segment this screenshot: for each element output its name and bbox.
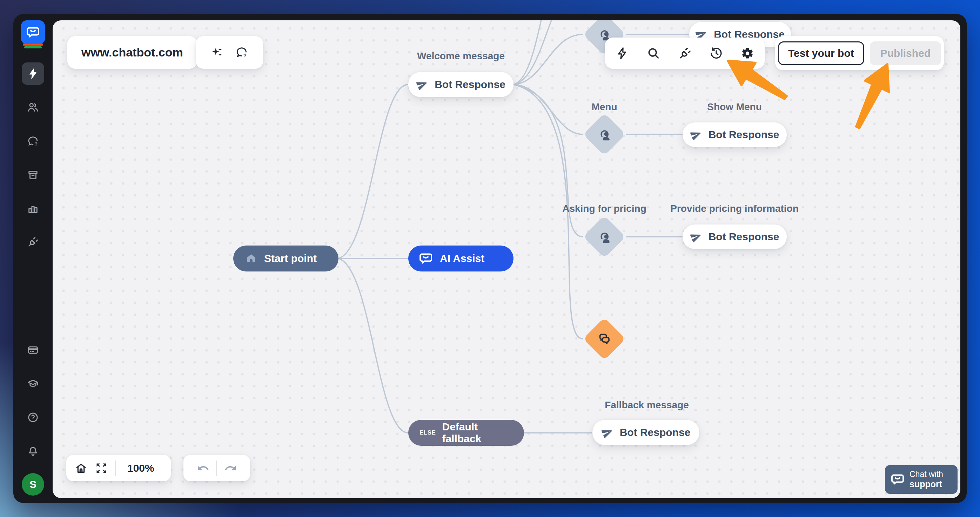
- flow-node-bot-response-fallback[interactable]: Bot Response: [592, 420, 699, 445]
- node-label: Start point: [264, 253, 317, 264]
- else-badge: ELSE: [420, 430, 436, 436]
- caption-welcome-message: Welcome message: [408, 51, 514, 62]
- node-label: AI Assist: [440, 253, 484, 264]
- app-window: ? S: [13, 14, 967, 503]
- sidebar-item-users[interactable]: [27, 101, 39, 113]
- flow-node-bot-response-welcome[interactable]: Bot Response: [408, 72, 514, 97]
- history-controls: [183, 455, 250, 481]
- canvas-view-controls: 100%: [66, 455, 171, 481]
- canvas-toolbar: [605, 38, 765, 69]
- paper-plane-icon: [689, 229, 704, 245]
- paper-plane-icon: [689, 127, 704, 142]
- graduation-cap-icon: [27, 378, 39, 390]
- flash-icon: [27, 68, 39, 80]
- ai-tools-pill: ?: [196, 36, 263, 69]
- flow-canvas[interactable]: Bot Response Start point Welcome message…: [52, 20, 960, 498]
- logo-stripe-green: [24, 46, 42, 48]
- redo-icon[interactable]: [224, 462, 237, 474]
- credit-card-icon: [27, 344, 39, 356]
- archive-icon: [27, 169, 39, 181]
- caption-menu: Menu: [569, 101, 640, 113]
- fit-to-screen-icon[interactable]: [95, 462, 108, 474]
- chat-with-support-button[interactable]: Chat with support: [885, 465, 958, 494]
- caption-provide-pricing-information: Provide pricing information: [664, 203, 805, 214]
- sidebar-item-notifications[interactable]: [27, 445, 39, 457]
- site-url: www.chatbot.com: [81, 46, 183, 59]
- node-label: Bot Response: [434, 79, 506, 91]
- svg-text:?: ?: [35, 142, 38, 146]
- caption-asking-for-pricing: Asking for pricing: [552, 203, 657, 214]
- node-label: Bot Response: [708, 231, 780, 243]
- sidebar-item-academy[interactable]: [27, 378, 39, 390]
- published-status-badge: Published: [870, 41, 941, 65]
- chat-question-icon[interactable]: ?: [235, 46, 248, 59]
- search-icon[interactable]: [647, 47, 660, 60]
- plug-icon: [27, 236, 39, 248]
- publish-actions: Test your bot Published: [775, 36, 944, 70]
- users-icon: [27, 101, 39, 113]
- bar-chart-icon: [27, 203, 39, 215]
- chatbot-logo-icon: [21, 20, 45, 44]
- sidebar-item-automation-active[interactable]: [22, 62, 44, 85]
- sidebar-item-integrations[interactable]: [27, 236, 39, 248]
- user-message-icon: [597, 127, 612, 142]
- svg-text:?: ?: [243, 52, 247, 58]
- node-label: Bot Response: [708, 129, 780, 141]
- home-icon: [245, 253, 257, 264]
- home-view-icon[interactable]: [75, 462, 88, 474]
- support-label: Chat with support: [910, 470, 943, 489]
- user-avatar[interactable]: S: [22, 473, 44, 496]
- settings-gear-icon[interactable]: [741, 47, 754, 60]
- help-circle-icon: [27, 411, 39, 423]
- paper-plane-icon: [600, 425, 615, 440]
- user-message-icon: [597, 229, 612, 244]
- sidebar-item-archives[interactable]: [27, 169, 39, 181]
- caption-show-menu: Show Menu: [682, 101, 787, 113]
- divider: [216, 461, 217, 476]
- support-line1: Chat with: [910, 470, 943, 479]
- site-url-pill[interactable]: www.chatbot.com: [67, 36, 197, 69]
- caption-fallback-message: Fallback message: [592, 399, 701, 411]
- support-line2: support: [910, 479, 943, 489]
- bell-icon: [27, 445, 39, 457]
- chatbot-bubble-icon: [419, 251, 433, 266]
- divider: [115, 461, 116, 476]
- sidebar-item-chatbot-logo[interactable]: [21, 20, 45, 44]
- flow-node-bot-response-menu[interactable]: Bot Response: [682, 122, 787, 147]
- integrations-plug-icon[interactable]: [678, 47, 692, 60]
- flow-node-bot-response-pricing[interactable]: Bot Response: [682, 224, 787, 249]
- test-your-bot-button[interactable]: Test your bot: [778, 41, 864, 65]
- node-label: Bot Response: [620, 426, 690, 438]
- flow-node-default-fallback[interactable]: ELSE Default fallback: [408, 420, 524, 446]
- zoom-level: 100%: [127, 462, 154, 474]
- sparkles-icon[interactable]: [211, 46, 223, 59]
- sidebar: ? S: [13, 14, 52, 503]
- sidebar-item-billing[interactable]: [27, 344, 39, 356]
- paper-plane-icon: [415, 77, 430, 92]
- version-history-icon[interactable]: [710, 47, 723, 60]
- sidebar-item-help[interactable]: [27, 411, 39, 423]
- flow-node-ai-assist[interactable]: AI Assist: [408, 245, 514, 272]
- undo-icon[interactable]: [197, 462, 209, 474]
- chat-bubbles-icon: [597, 331, 612, 347]
- sidebar-item-reports[interactable]: [27, 203, 39, 215]
- sidebar-item-help-chats[interactable]: ?: [27, 135, 39, 147]
- chat-question-icon: ?: [27, 135, 39, 147]
- avatar-initial: S: [29, 479, 37, 490]
- flash-icon[interactable]: [616, 47, 629, 60]
- flow-node-start-point[interactable]: Start point: [233, 245, 339, 272]
- node-label: Default fallback: [442, 421, 513, 445]
- chatbot-bubble-icon: [891, 472, 905, 487]
